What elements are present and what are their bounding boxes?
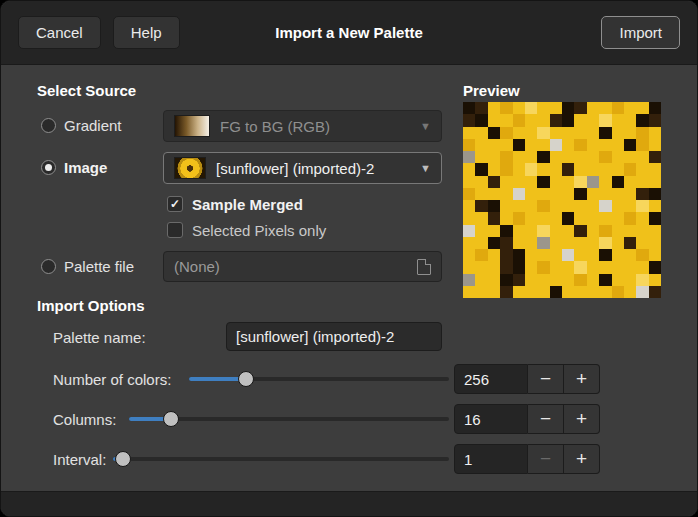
number-of-colors-spin: 256 − + xyxy=(454,364,600,394)
interval-plus-button[interactable]: + xyxy=(564,444,600,474)
preview-cell xyxy=(574,151,586,163)
preview-cell xyxy=(525,237,537,249)
preview-cell xyxy=(525,261,537,273)
gradient-radio-label[interactable]: Gradient xyxy=(64,117,122,134)
preview-cell xyxy=(537,249,549,261)
preview-cell xyxy=(500,127,512,139)
slider-thumb[interactable] xyxy=(115,451,131,467)
preview-cell xyxy=(525,274,537,286)
preview-cell xyxy=(612,151,624,163)
preview-cell xyxy=(599,127,611,139)
preview-cell xyxy=(488,139,500,151)
preview-cell xyxy=(475,151,487,163)
preview-cell xyxy=(562,139,574,151)
preview-cell xyxy=(624,151,636,163)
sample-merged-label[interactable]: Sample Merged xyxy=(192,196,303,213)
preview-cell xyxy=(513,286,525,298)
preview-cell xyxy=(537,274,549,286)
preview-cell xyxy=(500,102,512,114)
selected-pixels-checkbox[interactable] xyxy=(167,222,183,238)
help-button[interactable]: Help xyxy=(113,16,180,49)
preview-cell xyxy=(562,261,574,273)
preview-cell xyxy=(463,114,475,126)
preview-cell xyxy=(562,212,574,224)
slider-thumb[interactable] xyxy=(238,371,254,387)
columns-slider[interactable] xyxy=(129,404,449,434)
gradient-dropdown[interactable]: FG to BG (RGB) ▼ xyxy=(163,110,442,142)
preview-cell xyxy=(500,139,512,151)
preview-cell xyxy=(463,212,475,224)
preview-cell xyxy=(587,200,599,212)
palette-file-radio[interactable] xyxy=(41,259,56,274)
cancel-button[interactable]: Cancel xyxy=(18,16,101,49)
image-radio-label[interactable]: Image xyxy=(64,159,107,176)
preview-cell xyxy=(649,237,661,249)
preview-cell xyxy=(488,188,500,200)
preview-cell xyxy=(500,176,512,188)
interval-minus-button[interactable]: − xyxy=(528,444,564,474)
image-dropdown[interactable]: [sunflower] (imported)-2 ▼ xyxy=(163,152,442,184)
gradient-radio[interactable] xyxy=(41,118,56,133)
preview-cell xyxy=(513,237,525,249)
preview-cell xyxy=(599,188,611,200)
preview-cell xyxy=(562,200,574,212)
palette-file-radio-label[interactable]: Palette file xyxy=(64,258,134,275)
preview-cell xyxy=(636,200,648,212)
preview-cell xyxy=(612,114,624,126)
preview-cell xyxy=(649,286,661,298)
preview-cell xyxy=(463,102,475,114)
preview-cell xyxy=(649,249,661,261)
preview-cell xyxy=(649,176,661,188)
interval-label: Interval: xyxy=(53,444,106,474)
columns-minus-button[interactable]: − xyxy=(528,404,564,434)
import-button[interactable]: Import xyxy=(601,16,680,49)
preview-cell xyxy=(574,176,586,188)
preview-cell xyxy=(562,151,574,163)
preview-cell xyxy=(599,274,611,286)
preview-cell xyxy=(587,274,599,286)
number-of-colors-value[interactable]: 256 xyxy=(454,364,528,394)
preview-cell xyxy=(463,127,475,139)
preview-cell xyxy=(488,163,500,175)
palette-name-input[interactable]: [sunflower] (imported)-2 xyxy=(226,322,442,351)
preview-cell xyxy=(599,139,611,151)
preview-cell xyxy=(562,114,574,126)
select-source-heading: Select Source xyxy=(37,82,136,99)
preview-cell xyxy=(636,127,648,139)
number-of-colors-minus-button[interactable]: − xyxy=(528,364,564,394)
preview-cell xyxy=(550,249,562,261)
preview-cell xyxy=(488,274,500,286)
preview-cell xyxy=(599,225,611,237)
selected-pixels-label[interactable]: Selected Pixels only xyxy=(192,222,326,239)
sample-merged-checkbox[interactable]: ✓ xyxy=(167,196,183,212)
preview-cell xyxy=(488,200,500,212)
preview-cell xyxy=(599,261,611,273)
preview-cell xyxy=(475,200,487,212)
image-thumbnail-icon xyxy=(174,157,206,179)
preview-cell xyxy=(612,212,624,224)
preview-cell xyxy=(550,188,562,200)
preview-cell xyxy=(612,225,624,237)
preview-cell xyxy=(574,237,586,249)
interval-value[interactable]: 1 xyxy=(454,444,528,474)
preview-cell xyxy=(500,225,512,237)
image-radio[interactable] xyxy=(41,160,56,175)
preview-cell xyxy=(550,114,562,126)
preview-cell xyxy=(550,102,562,114)
preview-cell xyxy=(463,139,475,151)
columns-plus-button[interactable]: + xyxy=(564,404,600,434)
preview-cell xyxy=(612,261,624,273)
columns-value[interactable]: 16 xyxy=(454,404,528,434)
preview-cell xyxy=(636,163,648,175)
number-of-colors-slider[interactable] xyxy=(189,364,449,394)
number-of-colors-label: Number of colors: xyxy=(53,364,171,394)
preview-cell xyxy=(636,225,648,237)
preview-cell xyxy=(636,102,648,114)
interval-slider[interactable] xyxy=(113,444,449,474)
palette-file-chooser[interactable]: (None) xyxy=(163,251,442,282)
preview-cell xyxy=(574,102,586,114)
preview-cell xyxy=(488,176,500,188)
number-of-colors-plus-button[interactable]: + xyxy=(564,364,600,394)
image-dropdown-value: [sunflower] (imported)-2 xyxy=(216,160,414,177)
slider-thumb[interactable] xyxy=(163,411,179,427)
